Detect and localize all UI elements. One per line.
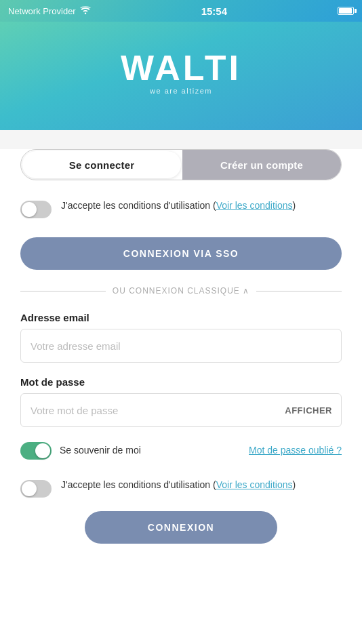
tab-switcher: Se connecter Créer un compte bbox=[20, 149, 342, 180]
email-input[interactable] bbox=[20, 329, 342, 363]
time-display: 15:54 bbox=[201, 5, 227, 17]
wifi-icon bbox=[80, 6, 91, 16]
bottom-terms-toggle[interactable] bbox=[20, 480, 52, 498]
app-header: WALTI we are altizem bbox=[0, 22, 362, 130]
show-password-button[interactable]: AFFICHER bbox=[285, 405, 332, 416]
remember-me-row: Se souvenir de moi Mot de passe oublié ? bbox=[20, 441, 342, 460]
tab-register[interactable]: Créer un compte bbox=[182, 150, 341, 180]
top-terms-row: J'accepte les conditions d'utilisation (… bbox=[20, 199, 342, 218]
remember-me-toggle[interactable] bbox=[20, 442, 52, 460]
divider-text: OU CONNEXION CLASSIQUE ∧ bbox=[113, 286, 249, 296]
forgot-password-link[interactable]: Mot de passe oublié ? bbox=[249, 445, 342, 456]
app-logo: WALTI bbox=[121, 50, 241, 85]
top-terms-text: J'accepte les conditions d'utilisation (… bbox=[61, 199, 296, 213]
password-field-group: Mot de passe AFFICHER bbox=[20, 376, 342, 427]
top-terms-link[interactable]: Voir les conditions bbox=[216, 200, 293, 211]
status-bar: Network Provider 15:54 bbox=[0, 0, 362, 22]
divider-line-left bbox=[20, 291, 106, 291]
or-divider: OU CONNEXION CLASSIQUE ∧ bbox=[20, 286, 342, 296]
network-provider-text: Network Provider bbox=[8, 6, 76, 16]
main-content: Se connecter Créer un compte J'accepte l… bbox=[0, 149, 362, 644]
top-terms-toggle[interactable] bbox=[20, 201, 52, 218]
email-field-group: Adresse email bbox=[20, 312, 342, 363]
bottom-terms-toggle-knob bbox=[22, 481, 37, 496]
bottom-terms-text: J'accepte les conditions d'utilisation (… bbox=[61, 479, 296, 492]
top-terms-toggle-knob bbox=[22, 202, 37, 217]
app-subtitle: we are altizem bbox=[150, 87, 212, 95]
remember-me-text: Se souvenir de moi bbox=[60, 445, 141, 456]
divider-line-right bbox=[256, 291, 342, 291]
password-wrapper: AFFICHER bbox=[20, 393, 342, 427]
email-label: Adresse email bbox=[20, 312, 342, 323]
status-left: Network Provider bbox=[8, 6, 91, 16]
sso-button[interactable]: CONNEXION VIA SSO bbox=[20, 237, 342, 270]
password-label: Mot de passe bbox=[20, 376, 342, 388]
bottom-terms-link[interactable]: Voir les conditions bbox=[216, 479, 293, 490]
tab-login[interactable]: Se connecter bbox=[22, 151, 181, 178]
remember-toggle-knob bbox=[35, 443, 50, 458]
bottom-terms-row: J'accepte les conditions d'utilisation (… bbox=[20, 479, 342, 498]
login-button[interactable]: CONNEXION bbox=[85, 511, 277, 544]
battery-icon bbox=[338, 7, 354, 15]
remember-left: Se souvenir de moi bbox=[20, 441, 141, 460]
battery-container bbox=[338, 7, 354, 15]
